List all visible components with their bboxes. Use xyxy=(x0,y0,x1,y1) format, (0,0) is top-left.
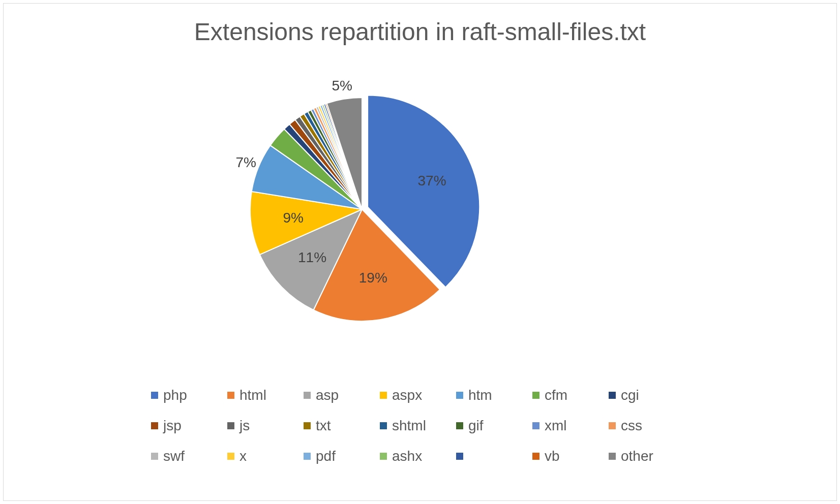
legend-swatch-icon xyxy=(227,392,234,399)
legend-label: htm xyxy=(468,387,492,403)
legend-swatch-icon xyxy=(532,422,539,429)
legend-item-vb: vb xyxy=(532,448,609,464)
legend-swatch-icon xyxy=(151,392,158,399)
chart-legend: phphtmlaspaspxhtmcfmcgijspjstxtshtmlgifx… xyxy=(151,387,690,479)
legend-swatch-icon xyxy=(456,392,463,399)
chart-frame: Extensions repartition in raft-small-fil… xyxy=(3,3,837,501)
legend-item-gif: gif xyxy=(456,418,532,434)
legend-item-ashx: ashx xyxy=(380,448,456,464)
legend-label: shtml xyxy=(392,418,426,434)
legend-label: jsp xyxy=(163,418,182,434)
legend-item-shtml: shtml xyxy=(380,418,456,434)
legend-item-x: x xyxy=(227,448,304,464)
legend-label: txt xyxy=(316,418,331,434)
slice-label-html: 19% xyxy=(359,270,387,286)
legend-label: ashx xyxy=(392,448,422,464)
legend-swatch-icon xyxy=(456,453,463,460)
legend-item-jsp: jsp xyxy=(151,418,227,434)
slice-label-htm: 7% xyxy=(235,154,256,170)
legend-item-js: js xyxy=(227,418,304,434)
slice-label-php: 37% xyxy=(418,173,446,188)
legend-swatch-icon xyxy=(380,392,387,399)
legend-item-htm: htm xyxy=(456,387,532,403)
legend-label: cgi xyxy=(621,387,639,403)
legend-item-cgi: cgi xyxy=(609,387,685,403)
legend-label: xml xyxy=(545,418,567,434)
legend-label: css xyxy=(621,418,642,434)
legend-label: cfm xyxy=(545,387,567,403)
legend-swatch-icon xyxy=(151,453,158,460)
legend-item-aspx: aspx xyxy=(380,387,456,403)
legend-item-php: php xyxy=(151,387,227,403)
legend-label: html xyxy=(239,387,266,403)
legend-swatch-icon xyxy=(380,453,387,460)
legend-row: swfxpdfashxvbother xyxy=(151,448,690,464)
legend-swatch-icon xyxy=(304,453,311,460)
legend-item-other: other xyxy=(609,448,685,464)
legend-row: phphtmlaspaspxhtmcfmcgi xyxy=(151,387,690,403)
legend-swatch-icon xyxy=(227,453,234,460)
slice-label-aspx: 9% xyxy=(283,210,303,226)
legend-swatch-icon xyxy=(532,392,539,399)
legend-item-txt: txt xyxy=(304,418,380,434)
legend-swatch-icon xyxy=(609,392,616,399)
legend-item-cfm: cfm xyxy=(532,387,609,403)
legend-label: swf xyxy=(163,448,185,464)
legend-label: other xyxy=(621,448,653,464)
pie-chart: 37%19%11%9%7%5% xyxy=(245,92,479,326)
slice-label-other: 5% xyxy=(332,78,352,93)
legend-item-css: css xyxy=(609,418,685,434)
legend-item-asp: asp xyxy=(304,387,380,403)
legend-label: aspx xyxy=(392,387,422,403)
legend-label: js xyxy=(239,418,250,434)
legend-swatch-icon xyxy=(532,453,539,460)
legend-swatch-icon xyxy=(304,422,311,429)
legend-item-html: html xyxy=(227,387,304,403)
legend-row: jspjstxtshtmlgifxmlcss xyxy=(151,418,690,434)
legend-label: asp xyxy=(316,387,339,403)
legend-swatch-icon xyxy=(456,422,463,429)
legend-label: pdf xyxy=(316,448,336,464)
legend-swatch-icon xyxy=(609,453,616,460)
legend-item-blank xyxy=(456,448,532,464)
legend-label: php xyxy=(163,387,187,403)
slice-label-asp: 11% xyxy=(298,249,326,265)
legend-swatch-icon xyxy=(151,422,158,429)
legend-label: vb xyxy=(545,448,560,464)
legend-swatch-icon xyxy=(304,392,311,399)
legend-label: x xyxy=(239,448,247,464)
legend-item-xml: xml xyxy=(532,418,609,434)
legend-swatch-icon xyxy=(609,422,616,429)
chart-title: Extensions repartition in raft-small-fil… xyxy=(4,18,836,46)
legend-swatch-icon xyxy=(380,422,387,429)
legend-label: gif xyxy=(468,418,484,434)
legend-item-pdf: pdf xyxy=(304,448,380,464)
legend-item-swf: swf xyxy=(151,448,227,464)
legend-swatch-icon xyxy=(227,422,234,429)
